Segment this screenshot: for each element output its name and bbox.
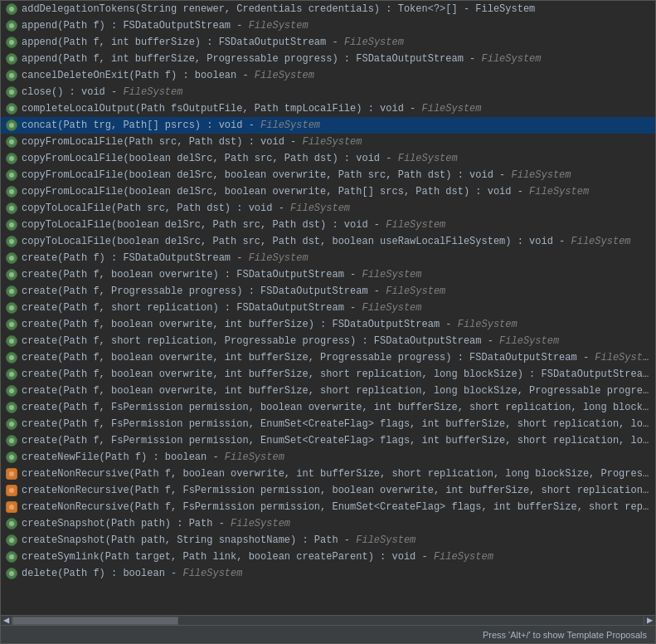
- green-method-icon: [6, 169, 17, 181]
- green-method-icon: [6, 551, 17, 563]
- green-method-icon: [6, 319, 17, 330]
- orange-method-icon: [6, 501, 17, 513]
- item-text: create(Path f, short replication) : FSDa…: [22, 300, 421, 315]
- item-text: create(Path f, boolean overwrite, int bu…: [22, 383, 652, 398]
- list-item[interactable]: delete(Path f) : boolean - FileSystem: [1, 565, 655, 582]
- item-text: copyFromLocalFile(boolean delSrc, Path s…: [22, 151, 458, 166]
- list-item[interactable]: copyFromLocalFile(Path src, Path dst) : …: [1, 134, 655, 150]
- item-text: append(Path f, int bufferSize) : FSDataO…: [22, 35, 404, 50]
- green-method-icon: [6, 385, 17, 397]
- green-method-icon: [6, 418, 17, 430]
- item-text: close() : void - FileSystem: [22, 85, 182, 100]
- list-item[interactable]: create(Path f, boolean overwrite, int bu…: [1, 366, 655, 383]
- list-item[interactable]: create(Path f, boolean overwrite, int bu…: [1, 383, 655, 399]
- list-item[interactable]: createNewFile(Path f) : boolean - FileSy…: [1, 449, 655, 466]
- item-text: createNewFile(Path f) : boolean - FileSy…: [22, 450, 284, 465]
- green-method-icon: [6, 368, 17, 380]
- status-bar: Press 'Alt+/' to show Template Proposals: [1, 625, 655, 643]
- list-item[interactable]: addDelegationTokens(String renewer, Cred…: [1, 1, 655, 17]
- list-item[interactable]: create(Path f, boolean overwrite, int bu…: [1, 349, 655, 366]
- scroll-thumb-h[interactable]: [12, 617, 178, 625]
- green-method-icon: [6, 518, 17, 529]
- green-method-icon: [6, 269, 17, 281]
- item-text: create(Path f, boolean overwrite, int bu…: [22, 350, 652, 365]
- list-item[interactable]: completeLocalOutput(Path fsOutputFile, P…: [1, 100, 655, 117]
- list-item[interactable]: copyToLocalFile(Path src, Path dst) : vo…: [1, 200, 655, 217]
- scroll-left-btn[interactable]: ◀: [1, 617, 12, 625]
- item-text: create(Path f, FsPermission permission, …: [22, 433, 652, 448]
- list-item[interactable]: concat(Path trg, Path[] psrcs) : void - …: [1, 117, 655, 134]
- green-method-icon: [6, 402, 17, 413]
- list-item[interactable]: close() : void - FileSystem: [1, 84, 655, 100]
- item-text: create(Path f, Progressable progress) : …: [22, 284, 445, 299]
- item-text: create(Path f, short replication, Progre…: [22, 334, 559, 349]
- green-method-icon: [6, 103, 17, 115]
- scroll-right-btn[interactable]: ▶: [644, 617, 655, 625]
- green-method-icon: [6, 435, 17, 446]
- item-text: createNonRecursive(Path f, FsPermission …: [22, 500, 652, 515]
- item-text: cancelDeleteOnExit(Path f) : boolean - F…: [22, 68, 314, 83]
- green-method-icon: [6, 120, 17, 131]
- list-item[interactable]: create(Path f, short replication, Progre…: [1, 333, 655, 349]
- list-content[interactable]: addDelegationTokens(String renewer, Cred…: [1, 1, 655, 615]
- green-method-icon: [6, 86, 17, 98]
- green-method-icon: [6, 568, 17, 579]
- green-method-icon: [6, 252, 17, 264]
- green-method-icon: [6, 302, 17, 314]
- completion-popup: addDelegationTokens(String renewer, Cred…: [0, 0, 656, 644]
- list-item[interactable]: create(Path f, Progressable progress) : …: [1, 283, 655, 300]
- item-text: copyToLocalFile(Path src, Path dst) : vo…: [22, 201, 350, 216]
- list-item[interactable]: append(Path f, int bufferSize, Progressa…: [1, 51, 655, 67]
- list-item[interactable]: copyToLocalFile(boolean delSrc, Path src…: [1, 233, 655, 250]
- list-item[interactable]: create(Path f, FsPermission permission, …: [1, 416, 655, 432]
- green-method-icon: [6, 136, 17, 148]
- green-method-icon: [6, 534, 17, 546]
- list-item[interactable]: createSnapshot(Path path, String snapsho…: [1, 532, 655, 549]
- green-method-icon: [6, 202, 17, 214]
- list-item[interactable]: copyFromLocalFile(boolean delSrc, Path s…: [1, 150, 655, 167]
- list-area: addDelegationTokens(String renewer, Cred…: [1, 1, 655, 615]
- green-method-icon: [6, 236, 17, 247]
- list-item[interactable]: cancelDeleteOnExit(Path f) : boolean - F…: [1, 67, 655, 84]
- list-item[interactable]: create(Path f, FsPermission permission, …: [1, 399, 655, 416]
- list-item[interactable]: create(Path f, boolean overwrite) : FSDa…: [1, 266, 655, 283]
- list-item[interactable]: createNonRecursive(Path f, FsPermission …: [1, 482, 655, 499]
- item-text: create(Path f, boolean overwrite) : FSDa…: [22, 267, 421, 282]
- item-text: append(Path f) : FSDataOutputStream - Fi…: [22, 18, 309, 33]
- item-text: createSnapshot(Path path) : Path - FileS…: [22, 516, 290, 531]
- item-text: create(Path f, FsPermission permission, …: [22, 400, 652, 415]
- scroll-track-h[interactable]: [12, 617, 644, 625]
- list-item[interactable]: createSymlink(Path target, Path link, bo…: [1, 549, 655, 565]
- list-item[interactable]: copyFromLocalFile(boolean delSrc, boolea…: [1, 183, 655, 200]
- list-item[interactable]: create(Path f, boolean overwrite, int bu…: [1, 316, 655, 333]
- list-item[interactable]: create(Path f) : FSDataOutputStream - Fi…: [1, 250, 655, 266]
- item-text: create(Path f, boolean overwrite, int bu…: [22, 367, 652, 382]
- list-item[interactable]: create(Path f, FsPermission permission, …: [1, 432, 655, 449]
- green-method-icon: [6, 285, 17, 297]
- item-text: append(Path f, int bufferSize, Progressa…: [22, 51, 542, 66]
- list-item[interactable]: create(Path f, short replication) : FSDa…: [1, 300, 655, 316]
- orange-method-icon: [6, 485, 17, 496]
- green-method-icon: [6, 70, 17, 81]
- item-text: addDelegationTokens(String renewer, Cred…: [22, 2, 535, 17]
- green-method-icon: [6, 186, 17, 198]
- list-item[interactable]: createNonRecursive(Path f, FsPermission …: [1, 499, 655, 515]
- green-method-icon: [6, 451, 17, 463]
- item-text: copyToLocalFile(boolean delSrc, Path src…: [22, 234, 631, 249]
- list-item[interactable]: createSnapshot(Path path) : Path - FileS…: [1, 515, 655, 532]
- green-method-icon: [6, 53, 17, 65]
- list-item[interactable]: append(Path f) : FSDataOutputStream - Fi…: [1, 17, 655, 34]
- list-item[interactable]: append(Path f, int bufferSize) : FSDataO…: [1, 34, 655, 51]
- horizontal-scrollbar[interactable]: ◀ ▶: [1, 615, 655, 625]
- green-method-icon: [6, 37, 17, 48]
- list-item[interactable]: copyFromLocalFile(boolean delSrc, boolea…: [1, 167, 655, 183]
- green-method-icon: [6, 352, 17, 363]
- item-text: createNonRecursive(Path f, FsPermission …: [22, 483, 652, 498]
- list-item[interactable]: copyToLocalFile(boolean delSrc, Path src…: [1, 217, 655, 233]
- list-item[interactable]: createNonRecursive(Path f, boolean overw…: [1, 466, 655, 482]
- green-method-icon: [6, 219, 17, 231]
- green-method-icon: [6, 20, 17, 32]
- item-text: createSymlink(Path target, Path link, bo…: [22, 549, 493, 564]
- item-text: completeLocalOutput(Path fsOutputFile, P…: [22, 101, 482, 116]
- orange-method-icon: [6, 468, 17, 480]
